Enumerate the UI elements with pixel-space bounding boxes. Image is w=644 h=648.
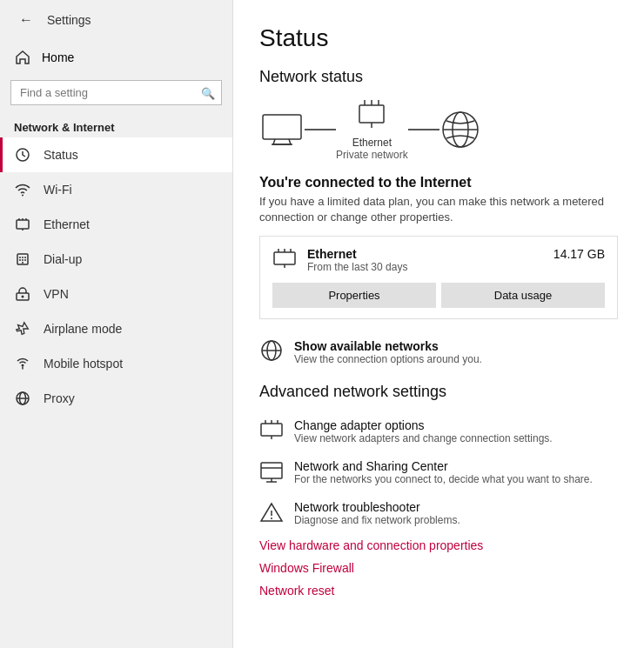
- link-reset[interactable]: Network reset: [259, 579, 618, 602]
- diagram-sublabel: Private network: [336, 149, 408, 161]
- svg-point-45: [271, 518, 272, 519]
- svg-rect-35: [261, 424, 282, 436]
- svg-point-7: [19, 259, 21, 261]
- adapter-icon: [259, 418, 284, 445]
- sidebar-item-ethernet[interactable]: Ethernet: [0, 207, 232, 242]
- svg-point-4: [19, 257, 21, 258]
- ethernet-icon: [14, 216, 31, 233]
- sidebar-item-vpn[interactable]: VPN: [0, 277, 232, 311]
- adapter-title: Change adapter options: [294, 418, 553, 432]
- show-networks[interactable]: Show available networks View the connect…: [259, 330, 618, 374]
- ethernet-card-sub: From the last 30 days: [307, 261, 543, 273]
- airplane-icon: [14, 320, 31, 337]
- sidebar-header: ← Settings: [0, 0, 232, 40]
- show-networks-info: Show available networks View the connect…: [294, 339, 482, 365]
- svg-rect-19: [359, 105, 384, 123]
- show-networks-title: Show available networks: [294, 339, 482, 353]
- section-title: Network & Internet: [0, 114, 232, 137]
- wifi-label: Wi-Fi: [44, 183, 72, 197]
- show-networks-sub: View the connection options around you.: [294, 353, 482, 365]
- troubleshooter-sub: Diagnose and fix network problems.: [294, 514, 460, 526]
- sidebar-item-hotspot[interactable]: Mobile hotspot: [0, 346, 232, 381]
- ethernet-diagram-icon: Ethernet Private network: [336, 98, 408, 161]
- ethernet-card-icon: [272, 247, 297, 274]
- settings-title: Settings: [47, 13, 91, 27]
- sidebar-item-airplane[interactable]: Airplane mode: [0, 311, 232, 346]
- vpn-icon: [14, 285, 31, 303]
- status-icon: [14, 146, 31, 164]
- troubleshooter-text: Network troubleshooter Diagnose and fix …: [294, 500, 460, 526]
- svg-point-13: [22, 364, 24, 367]
- connected-subtitle: If you have a limited data plan, you can…: [259, 194, 618, 225]
- adapter-sub: View network adapters and change connect…: [294, 432, 553, 444]
- svg-point-6: [24, 257, 26, 258]
- search-icon: 🔍: [201, 86, 215, 99]
- svg-point-8: [22, 259, 23, 261]
- line-2: [408, 129, 439, 130]
- troubleshooter-title: Network troubleshooter: [294, 500, 460, 514]
- main-content: Status Network status Ethernet Private n…: [233, 0, 644, 648]
- hotspot-label: Mobile hotspot: [44, 357, 123, 371]
- dialup-icon: [14, 251, 31, 268]
- svg-point-9: [24, 259, 26, 261]
- ethernet-size: 14.17 GB: [553, 247, 605, 261]
- link-hardware[interactable]: View hardware and connection properties: [259, 534, 618, 557]
- home-icon: [14, 49, 31, 66]
- search-box: 🔍: [10, 80, 222, 105]
- svg-rect-2: [17, 220, 29, 229]
- svg-point-12: [22, 296, 24, 298]
- connected-banner: You're connected to the Internet If you …: [259, 175, 618, 225]
- proxy-icon: [14, 390, 31, 407]
- page-title: Status: [259, 24, 618, 52]
- sharing-sub: For the networks you connect to, decide …: [294, 473, 593, 485]
- svg-rect-40: [261, 463, 282, 478]
- vpn-label: VPN: [44, 287, 69, 301]
- sharing-text: Network and Sharing Center For the netwo…: [294, 459, 593, 485]
- link-firewall[interactable]: Windows Firewall: [259, 557, 618, 579]
- back-button[interactable]: ←: [14, 10, 38, 30]
- wifi-icon: [14, 181, 31, 198]
- sidebar-item-proxy[interactable]: Proxy: [0, 381, 232, 416]
- search-input[interactable]: [10, 80, 222, 105]
- adv-item-adapter[interactable]: Change adapter options View network adap…: [259, 411, 618, 452]
- troubleshooter-icon: [259, 500, 284, 527]
- sidebar-item-wifi[interactable]: Wi-Fi: [0, 172, 232, 207]
- data-usage-button[interactable]: Data usage: [441, 283, 605, 308]
- line-1: [305, 129, 336, 130]
- network-diagram: Ethernet Private network: [259, 98, 618, 161]
- sharing-title: Network and Sharing Center: [294, 459, 593, 473]
- ethernet-buttons: Properties Data usage: [272, 283, 605, 308]
- sidebar-nav: Status Wi-Fi Ethe: [0, 137, 232, 416]
- sharing-icon: [259, 459, 284, 486]
- network-status-title: Network status: [259, 68, 618, 86]
- adv-item-sharing[interactable]: Network and Sharing Center For the netwo…: [259, 452, 618, 493]
- adapter-text: Change adapter options View network adap…: [294, 418, 553, 444]
- computer-diagram-icon: [259, 111, 305, 148]
- proxy-label: Proxy: [44, 391, 75, 405]
- sidebar-item-home[interactable]: Home: [0, 40, 232, 75]
- sidebar-item-status[interactable]: Status: [0, 137, 232, 172]
- adv-item-troubleshooter[interactable]: Network troubleshooter Diagnose and fix …: [259, 493, 618, 534]
- ethernet-label: Ethernet: [44, 217, 90, 231]
- ethernet-card: Ethernet From the last 30 days 14.17 GB …: [259, 236, 618, 319]
- svg-rect-17: [263, 115, 301, 139]
- sidebar: ← Settings Home 🔍 Network & Internet Sta…: [0, 0, 233, 648]
- dialup-label: Dial-up: [44, 252, 82, 266]
- advanced-title: Advanced network settings: [259, 383, 618, 401]
- hotspot-icon: [14, 355, 31, 372]
- ethernet-card-name: Ethernet: [307, 247, 543, 261]
- svg-point-10: [22, 262, 23, 264]
- show-networks-icon: [259, 338, 284, 365]
- properties-button[interactable]: Properties: [272, 283, 436, 308]
- status-label: Status: [44, 148, 78, 162]
- globe-diagram-icon: [439, 109, 481, 150]
- svg-point-5: [22, 257, 23, 258]
- ethernet-row: Ethernet From the last 30 days 14.17 GB: [272, 247, 605, 274]
- svg-rect-27: [274, 252, 295, 264]
- ethernet-info: Ethernet From the last 30 days: [307, 247, 543, 273]
- airplane-label: Airplane mode: [44, 322, 122, 336]
- home-label: Home: [42, 50, 74, 64]
- connected-title: You're connected to the Internet: [259, 175, 618, 190]
- sidebar-item-dialup[interactable]: Dial-up: [0, 242, 232, 277]
- svg-point-1: [22, 195, 23, 197]
